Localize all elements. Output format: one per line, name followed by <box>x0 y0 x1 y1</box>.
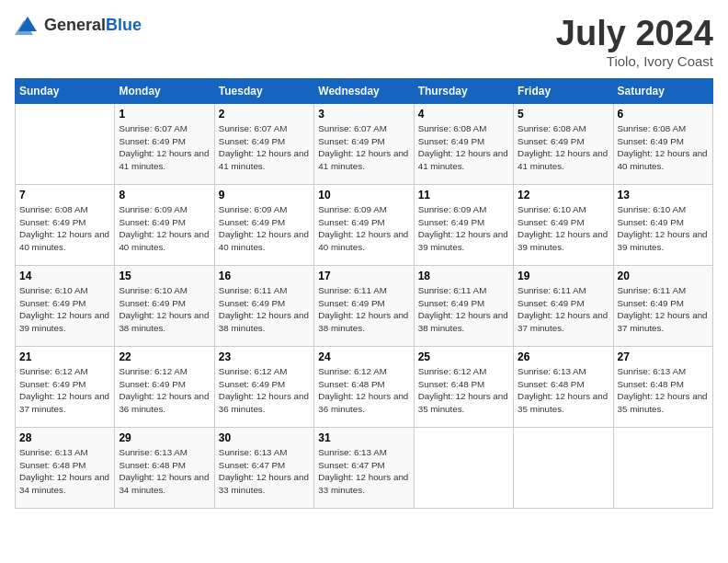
day-number: 24 <box>318 350 409 363</box>
day-info: Sunrise: 6:09 AMSunset: 6:49 PMDaylight:… <box>119 203 210 254</box>
day-info: Sunrise: 6:13 AMSunset: 6:47 PMDaylight:… <box>219 446 310 497</box>
day-info: Sunrise: 6:11 AMSunset: 6:49 PMDaylight:… <box>318 284 409 335</box>
day-info: Sunrise: 6:12 AMSunset: 6:48 PMDaylight:… <box>418 365 509 416</box>
calendar-cell: 11Sunrise: 6:09 AMSunset: 6:49 PMDayligh… <box>414 184 513 265</box>
day-number: 14 <box>19 270 110 282</box>
calendar-week-3: 14Sunrise: 6:10 AMSunset: 6:49 PMDayligh… <box>16 265 713 346</box>
day-info: Sunrise: 6:12 AMSunset: 6:48 PMDaylight:… <box>318 365 409 416</box>
day-number: 4 <box>418 108 509 121</box>
calendar-cell: 15Sunrise: 6:10 AMSunset: 6:49 PMDayligh… <box>115 265 214 346</box>
day-number: 30 <box>219 431 310 444</box>
logo-text-blue: Blue <box>106 16 142 34</box>
day-info: Sunrise: 6:13 AMSunset: 6:48 PMDaylight:… <box>19 446 110 497</box>
day-info: Sunrise: 6:10 AMSunset: 6:49 PMDaylight:… <box>19 284 110 335</box>
day-info: Sunrise: 6:07 AMSunset: 6:49 PMDaylight:… <box>119 122 210 173</box>
location-title: Tiolo, Ivory Coast <box>556 53 713 69</box>
day-number: 2 <box>219 108 310 121</box>
day-number: 1 <box>119 108 210 121</box>
day-number: 7 <box>19 189 110 201</box>
calendar-cell: 3Sunrise: 6:07 AMSunset: 6:49 PMDaylight… <box>314 103 414 184</box>
calendar-cell: 8Sunrise: 6:09 AMSunset: 6:49 PMDaylight… <box>115 184 214 265</box>
day-number: 16 <box>219 270 310 282</box>
calendar-header-row: SundayMondayTuesdayWednesdayThursdayFrid… <box>16 78 713 103</box>
day-header-tuesday: Tuesday <box>214 78 313 103</box>
calendar-week-1: 1Sunrise: 6:07 AMSunset: 6:49 PMDaylight… <box>16 103 713 184</box>
day-info: Sunrise: 6:13 AMSunset: 6:48 PMDaylight:… <box>618 365 709 416</box>
calendar-cell: 24Sunrise: 6:12 AMSunset: 6:48 PMDayligh… <box>314 346 414 427</box>
calendar-cell <box>16 103 115 184</box>
day-info: Sunrise: 6:10 AMSunset: 6:49 PMDaylight:… <box>119 284 210 335</box>
day-info: Sunrise: 6:08 AMSunset: 6:49 PMDaylight:… <box>418 122 509 173</box>
day-info: Sunrise: 6:13 AMSunset: 6:48 PMDaylight:… <box>119 446 210 497</box>
calendar-cell: 1Sunrise: 6:07 AMSunset: 6:49 PMDaylight… <box>115 103 214 184</box>
calendar-cell <box>514 427 613 508</box>
calendar-cell: 12Sunrise: 6:10 AMSunset: 6:49 PMDayligh… <box>514 184 613 265</box>
calendar-cell: 23Sunrise: 6:12 AMSunset: 6:49 PMDayligh… <box>214 346 313 427</box>
calendar-cell: 20Sunrise: 6:11 AMSunset: 6:49 PMDayligh… <box>613 265 712 346</box>
day-info: Sunrise: 6:07 AMSunset: 6:49 PMDaylight:… <box>318 122 409 173</box>
calendar-cell: 28Sunrise: 6:13 AMSunset: 6:48 PMDayligh… <box>16 427 115 508</box>
day-info: Sunrise: 6:10 AMSunset: 6:49 PMDaylight:… <box>618 203 709 254</box>
day-number: 23 <box>219 350 310 363</box>
day-number: 22 <box>119 350 210 363</box>
day-number: 31 <box>318 431 409 444</box>
day-number: 5 <box>518 108 609 121</box>
day-info: Sunrise: 6:08 AMSunset: 6:49 PMDaylight:… <box>618 122 709 173</box>
day-number: 12 <box>518 189 609 201</box>
day-header-friday: Friday <box>514 78 613 103</box>
calendar-cell: 30Sunrise: 6:13 AMSunset: 6:47 PMDayligh… <box>214 427 313 508</box>
day-info: Sunrise: 6:09 AMSunset: 6:49 PMDaylight:… <box>219 203 310 254</box>
calendar-cell: 13Sunrise: 6:10 AMSunset: 6:49 PMDayligh… <box>613 184 712 265</box>
day-number: 29 <box>119 431 210 444</box>
day-header-sunday: Sunday <box>16 78 115 103</box>
day-number: 26 <box>518 350 609 363</box>
day-info: Sunrise: 6:08 AMSunset: 6:49 PMDaylight:… <box>518 122 609 173</box>
calendar-cell: 25Sunrise: 6:12 AMSunset: 6:48 PMDayligh… <box>414 346 513 427</box>
calendar-cell: 2Sunrise: 6:07 AMSunset: 6:49 PMDaylight… <box>214 103 313 184</box>
day-number: 3 <box>318 108 409 121</box>
calendar-table: SundayMondayTuesdayWednesdayThursdayFrid… <box>15 78 713 509</box>
calendar-cell <box>414 427 513 508</box>
calendar-cell: 22Sunrise: 6:12 AMSunset: 6:49 PMDayligh… <box>115 346 214 427</box>
calendar-cell: 19Sunrise: 6:11 AMSunset: 6:49 PMDayligh… <box>514 265 613 346</box>
day-number: 11 <box>418 189 509 201</box>
day-number: 13 <box>618 189 709 201</box>
logo: GeneralBlue <box>15 15 142 35</box>
day-number: 27 <box>618 350 709 363</box>
day-info: Sunrise: 6:10 AMSunset: 6:49 PMDaylight:… <box>518 203 609 254</box>
calendar-cell: 9Sunrise: 6:09 AMSunset: 6:49 PMDaylight… <box>214 184 313 265</box>
calendar-week-2: 7Sunrise: 6:08 AMSunset: 6:49 PMDaylight… <box>16 184 713 265</box>
day-info: Sunrise: 6:12 AMSunset: 6:49 PMDaylight:… <box>119 365 210 416</box>
day-info: Sunrise: 6:07 AMSunset: 6:49 PMDaylight:… <box>219 122 310 173</box>
calendar-cell: 5Sunrise: 6:08 AMSunset: 6:49 PMDaylight… <box>514 103 613 184</box>
day-info: Sunrise: 6:13 AMSunset: 6:47 PMDaylight:… <box>318 446 409 497</box>
calendar-cell: 6Sunrise: 6:08 AMSunset: 6:49 PMDaylight… <box>613 103 712 184</box>
day-info: Sunrise: 6:12 AMSunset: 6:49 PMDaylight:… <box>219 365 310 416</box>
day-number: 9 <box>219 189 310 201</box>
logo-icon <box>15 15 40 35</box>
day-header-thursday: Thursday <box>414 78 513 103</box>
day-number: 28 <box>19 431 110 444</box>
day-info: Sunrise: 6:09 AMSunset: 6:49 PMDaylight:… <box>418 203 509 254</box>
day-number: 19 <box>518 270 609 282</box>
day-info: Sunrise: 6:13 AMSunset: 6:48 PMDaylight:… <box>518 365 609 416</box>
calendar-week-4: 21Sunrise: 6:12 AMSunset: 6:49 PMDayligh… <box>16 346 713 427</box>
calendar-cell: 29Sunrise: 6:13 AMSunset: 6:48 PMDayligh… <box>115 427 214 508</box>
day-number: 8 <box>119 189 210 201</box>
day-info: Sunrise: 6:11 AMSunset: 6:49 PMDaylight:… <box>418 284 509 335</box>
calendar-cell: 4Sunrise: 6:08 AMSunset: 6:49 PMDaylight… <box>414 103 513 184</box>
day-header-saturday: Saturday <box>613 78 712 103</box>
day-number: 15 <box>119 270 210 282</box>
day-header-monday: Monday <box>115 78 214 103</box>
day-info: Sunrise: 6:11 AMSunset: 6:49 PMDaylight:… <box>518 284 609 335</box>
calendar-cell: 10Sunrise: 6:09 AMSunset: 6:49 PMDayligh… <box>314 184 414 265</box>
day-number: 20 <box>618 270 709 282</box>
calendar-cell: 18Sunrise: 6:11 AMSunset: 6:49 PMDayligh… <box>414 265 513 346</box>
calendar-cell: 21Sunrise: 6:12 AMSunset: 6:49 PMDayligh… <box>16 346 115 427</box>
day-number: 25 <box>418 350 509 363</box>
calendar-cell: 31Sunrise: 6:13 AMSunset: 6:47 PMDayligh… <box>314 427 414 508</box>
day-info: Sunrise: 6:09 AMSunset: 6:49 PMDaylight:… <box>318 203 409 254</box>
day-number: 10 <box>318 189 409 201</box>
calendar-cell: 27Sunrise: 6:13 AMSunset: 6:48 PMDayligh… <box>613 346 712 427</box>
title-area: July 2024 Tiolo, Ivory Coast <box>556 15 713 69</box>
